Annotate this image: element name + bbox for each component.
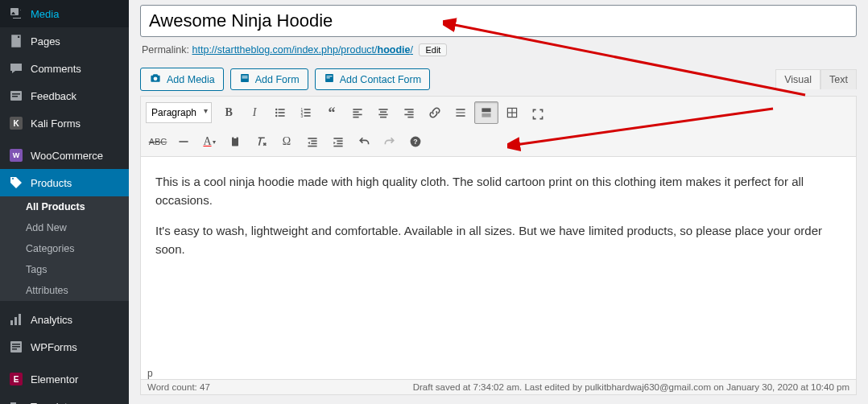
edit-slug-button[interactable]: Edit: [419, 43, 447, 56]
svg-rect-6: [19, 314, 21, 325]
italic-button[interactable]: I: [242, 101, 267, 124]
svg-rect-26: [304, 112, 311, 113]
table-button[interactable]: [500, 101, 524, 124]
bullet-list-button[interactable]: [268, 101, 292, 124]
paste-text-button[interactable]: [223, 130, 247, 153]
redo-button[interactable]: [378, 130, 402, 153]
wysiwyg-editor: Paragraph B I 123 “ ABC A▾: [140, 96, 857, 395]
add-contact-form-button[interactable]: Add Contact Form: [315, 68, 430, 90]
permalink-label: Permalink:: [142, 44, 189, 56]
svg-rect-37: [404, 109, 413, 110]
svg-rect-34: [380, 111, 386, 113]
sidebar-item-label: Comments: [31, 63, 81, 75]
svg-rect-58: [337, 143, 342, 145]
sidebar-item-label: WooCommerce: [31, 150, 103, 162]
element-path: p: [141, 366, 856, 379]
svg-rect-13: [242, 77, 247, 78]
distraction-free-button[interactable]: [526, 103, 550, 126]
sidebar-item-wpforms[interactable]: WPForms: [0, 333, 129, 361]
sidebar-item-elementor[interactable]: EElementor: [0, 365, 129, 393]
svg-rect-50: [232, 137, 238, 146]
svg-rect-40: [407, 117, 413, 118]
help-button[interactable]: ?: [403, 130, 428, 153]
svg-rect-54: [311, 143, 316, 145]
svg-rect-59: [333, 146, 342, 147]
svg-rect-52: [308, 138, 316, 139]
blockquote-button[interactable]: “: [320, 101, 344, 124]
numbered-list-button[interactable]: 123: [294, 101, 318, 124]
svg-rect-12: [242, 76, 247, 76]
sidebar-item-label: Media: [31, 8, 59, 20]
indent-button[interactable]: [326, 130, 350, 153]
align-center-button[interactable]: [371, 101, 395, 124]
sidebar-item-feedback[interactable]: Feedback: [0, 82, 129, 109]
sidebar-item-templates[interactable]: Templates: [0, 393, 129, 404]
svg-rect-57: [337, 140, 342, 142]
clear-formatting-button[interactable]: [249, 130, 273, 153]
editor-toolbar: Paragraph B I 123 “ ABC A▾: [141, 97, 856, 157]
svg-rect-22: [279, 115, 285, 117]
sidebar-item-label: Templates: [31, 401, 78, 405]
sidebar-item-comments[interactable]: Comments: [0, 55, 129, 82]
align-right-button[interactable]: [397, 101, 421, 124]
submenu-all-products[interactable]: All Products: [0, 196, 129, 217]
permalink-row: Permalink: http://starttheblog.com/index…: [142, 43, 855, 56]
sidebar-item-woocommerce[interactable]: WWooCommerce: [0, 142, 129, 169]
editor-body[interactable]: This is a cool ninja hoodie made with hi…: [141, 157, 856, 366]
comments-icon: [8, 60, 24, 76]
outdent-button[interactable]: [300, 130, 324, 153]
svg-rect-56: [333, 138, 342, 139]
elementor-icon: E: [8, 371, 24, 387]
tab-text[interactable]: Text: [820, 69, 857, 89]
strikethrough-button[interactable]: ABC: [146, 130, 170, 153]
sidebar-item-pages[interactable]: Pages: [0, 27, 129, 55]
format-select[interactable]: Paragraph: [146, 102, 212, 123]
products-submenu: All Products Add New Categories Tags Att…: [0, 196, 129, 301]
submenu-attributes[interactable]: Attributes: [0, 280, 129, 301]
svg-rect-3: [12, 96, 18, 97]
wpforms-icon: [8, 339, 24, 355]
text-color-button[interactable]: A▾: [197, 130, 221, 153]
sidebar-item-products[interactable]: Products: [0, 169, 129, 196]
product-title-input[interactable]: [140, 5, 857, 37]
svg-text:3: 3: [301, 114, 304, 118]
media-icon: [8, 6, 24, 22]
submenu-add-new[interactable]: Add New: [0, 217, 129, 238]
svg-rect-18: [279, 109, 285, 110]
undo-button[interactable]: [352, 130, 376, 153]
horizontal-rule-button[interactable]: [172, 130, 196, 153]
svg-rect-24: [304, 109, 311, 110]
word-count: Word count: 47: [147, 382, 210, 392]
form-icon: [239, 72, 250, 86]
svg-rect-9: [12, 346, 20, 348]
svg-rect-41: [456, 109, 465, 110]
sidebar-item-label: Pages: [31, 35, 60, 47]
svg-point-19: [275, 112, 277, 113]
bold-button[interactable]: B: [217, 101, 241, 124]
submenu-categories[interactable]: Categories: [0, 238, 129, 259]
toolbar-toggle-button[interactable]: [474, 101, 498, 124]
add-form-button[interactable]: Add Form: [230, 68, 308, 90]
svg-rect-5: [14, 317, 17, 325]
sidebar-item-label: Analytics: [31, 314, 72, 326]
special-char-button[interactable]: Ω: [275, 130, 299, 153]
svg-rect-15: [326, 76, 332, 76]
svg-rect-51: [234, 137, 236, 138]
insert-more-button[interactable]: [448, 101, 473, 124]
svg-rect-16: [326, 77, 329, 78]
products-icon: [8, 175, 24, 191]
tab-visual[interactable]: Visual: [775, 69, 820, 89]
sidebar-item-label: Kali Forms: [31, 117, 81, 130]
permalink-link[interactable]: http://starttheblog.com/index.php/produc…: [192, 44, 413, 56]
svg-rect-42: [456, 112, 465, 113]
sidebar-item-media[interactable]: Media: [0, 0, 129, 27]
sidebar-item-kali-forms[interactable]: KKali Forms: [0, 109, 129, 137]
sidebar-item-analytics[interactable]: Analytics: [0, 306, 129, 333]
add-media-button[interactable]: Add Media: [140, 68, 224, 91]
sidebar-item-label: Elementor: [31, 373, 78, 385]
link-button[interactable]: [423, 101, 447, 124]
submenu-tags[interactable]: Tags: [0, 259, 129, 280]
svg-text:?: ?: [413, 138, 417, 146]
svg-rect-10: [12, 348, 17, 350]
align-left-button[interactable]: [345, 101, 370, 124]
